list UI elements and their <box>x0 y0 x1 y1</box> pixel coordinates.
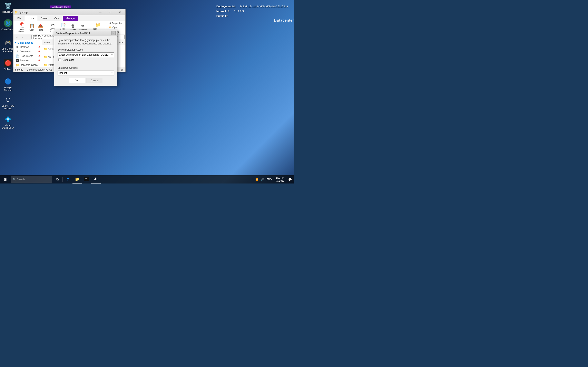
cleanup-action-value: Enter System Out-of-Box Experience (OOBE… <box>59 53 109 56</box>
ribbon-tab-strip: File Home Share View Manage <box>13 15 125 21</box>
sidebar-item-pictures[interactable]: 🖼 Pictures 📌 <box>13 58 42 63</box>
generalize-label: Generalize <box>62 58 74 61</box>
sidebar-item-downloads[interactable]: ⬇ Downloads 📌 <box>13 49 42 54</box>
tab-home[interactable]: Home <box>25 16 37 21</box>
desktop-icon-git-bash[interactable]: 🔴 Git Bash <box>1 58 15 71</box>
sidebar-item-collector[interactable]: 📁 collector-sidecar <box>13 63 42 67</box>
cancel-button[interactable]: Cancel <box>86 78 103 83</box>
ok-button[interactable]: OK <box>69 78 85 83</box>
cmd-icon: C:\ <box>84 177 89 181</box>
dialog-close-button[interactable]: ✕ <box>112 31 116 35</box>
sidebar-quick-access[interactable]: ▾ Quick access <box>13 41 42 45</box>
generalize-row: ✓ Generalize <box>58 58 114 61</box>
server-info: Deployment Id: 242cd412-1cb3-4df9-bdf3-a… <box>216 4 288 18</box>
dialog-description: System Preparation Tool (Sysprep) prepar… <box>58 39 114 45</box>
public-ip-label: Public IP: <box>216 14 228 18</box>
taskbar-cmd[interactable]: C:\ <box>82 175 91 184</box>
paste-button[interactable]: 📥 Paste <box>36 23 44 32</box>
recycle-bin-label: Recycle Bin <box>2 11 14 13</box>
dialog-buttons: OK Cancel <box>58 78 114 83</box>
documents-icon: 📄 <box>16 54 19 58</box>
recycle-bin-icon: 🗑️ <box>4 2 12 10</box>
pin-to-quick-access-button[interactable]: 📌 Pin to Quickaccess <box>15 21 27 34</box>
copy-to-icon: 📑 <box>61 22 66 27</box>
vs-icon: 💠 <box>4 115 12 123</box>
tab-manage[interactable]: Manage <box>63 16 78 21</box>
dialog-separator <box>58 64 114 64</box>
cocos-label: CocosCrea... <box>1 28 15 31</box>
tab-view[interactable]: View <box>51 16 62 21</box>
edge-icon: e <box>67 177 69 182</box>
copy-button[interactable]: 📋 Copy <box>28 23 36 32</box>
internal-ip-label: Internal IP: <box>216 9 230 13</box>
minimize-button[interactable]: — <box>95 9 105 15</box>
new-folder-icon: 📁 <box>95 22 100 27</box>
taskbar-network-app[interactable]: 🖧 <box>91 175 101 184</box>
tray-chevron-icon[interactable]: ^ <box>251 178 253 181</box>
desktop-icon-recycle-bin[interactable]: 🗑️ Recycle Bin <box>1 1 15 14</box>
desktop-icon-unity[interactable]: ⬡ Unity 5.4.0f3 (64-bit) <box>1 95 15 111</box>
downloads-icon: ⬇ <box>16 50 18 53</box>
volume-tray-icon[interactable]: 🔊 <box>260 178 264 181</box>
system-tray: ^ 📶 🔊 ENG <box>250 178 274 181</box>
dropdown-arrow-icon: ▾ <box>112 54 112 56</box>
taskbar-file-explorer[interactable]: 📁 <box>72 175 82 184</box>
taskbar-search-icon: 🔍 <box>13 178 16 181</box>
taskbar-edge[interactable]: e <box>63 175 72 184</box>
git-bash-label: Git Bash <box>4 68 12 71</box>
chrome-label: Google Chrome <box>2 86 14 92</box>
desktop-icon-epic-games[interactable]: 🎮 Epic Games Launcher <box>1 38 15 54</box>
datacenter-label: Datacenter <box>274 18 294 23</box>
cleanup-action-select[interactable]: Enter System Out-of-Box Experience (OOBE… <box>58 52 114 57</box>
epic-games-icon: 🎮 <box>4 39 12 47</box>
dialog-title: System Preparation Tool 3.14 <box>56 32 112 35</box>
tab-file[interactable]: File <box>14 16 24 21</box>
folder-taskbar-icon: 📁 <box>75 177 79 182</box>
generalize-checkbox[interactable]: ✓ <box>58 58 61 61</box>
taskbar-clock[interactable]: 1:02 PM 5/1/2017 <box>274 176 286 183</box>
network-tray-icon[interactable]: 📶 <box>255 178 259 181</box>
language-indicator[interactable]: ENG <box>266 178 272 181</box>
cleanup-action-group: System Cleanup Action Enter System Out-o… <box>58 48 114 61</box>
git-bash-icon: 🔴 <box>4 59 12 67</box>
pin-indicator: 📌 <box>38 46 40 48</box>
back-button[interactable]: ◄ <box>14 35 19 39</box>
title-bar: 📁 Sysprep — □ ✕ <box>13 9 125 15</box>
sidebar-item-documents[interactable]: 📄 Documents 📌 <box>13 54 42 58</box>
pin-icon: 📌 <box>19 22 24 26</box>
forward-button[interactable]: ► <box>20 35 25 39</box>
properties-button[interactable]: ⚙ Properties <box>108 21 124 25</box>
taskbar-search[interactable]: 🔍 Search <box>11 176 52 183</box>
shutdown-select[interactable]: Reboot ▾ <box>58 71 114 75</box>
desktop-icon-chrome[interactable]: 🔵 Google Chrome <box>1 76 15 92</box>
delete-icon: 🗑 <box>71 24 75 28</box>
folder-icon: 📁 <box>44 63 47 67</box>
chrome-icon: 🔵 <box>4 77 12 85</box>
quick-access-label: Quick access <box>17 42 33 44</box>
maximize-button[interactable]: □ <box>105 9 115 15</box>
desktop: Deployment Id: 242cd412-1cb3-4df9-bdf3-a… <box>0 0 294 184</box>
shutdown-options-group: Shutdown Options Reboot ▾ <box>58 67 114 75</box>
sidebar: ▾ Quick access 🖥 Desktop 📌 ⬇ Downloads 📌… <box>13 40 42 67</box>
task-view-icon: ⧉ <box>56 178 59 181</box>
up-button[interactable]: ↑ <box>26 35 31 39</box>
notification-center-button[interactable]: 💬 <box>286 175 294 184</box>
taskbar: ⊞ 🔍 Search ⧉ e 📁 C:\ 🖧 ^ 📶 🔊 ENG 1:0 <box>0 175 294 184</box>
selection-info: 1 item selected 479 KB <box>27 68 52 71</box>
pin-indicator-doc: 📌 <box>38 55 40 57</box>
tab-share[interactable]: Share <box>38 16 51 21</box>
open-button[interactable]: 📂 Open <box>108 25 124 29</box>
desktop-icon-vs[interactable]: 💠 Visual Studio 2017 <box>1 114 15 130</box>
internal-ip-value: 10.1.0.9 <box>234 9 244 13</box>
task-view-button[interactable]: ⧉ <box>53 175 62 184</box>
application-tools-label: Application Tools <box>50 6 71 8</box>
rename-icon: ✏ <box>81 24 85 28</box>
deployment-id-label: Deployment Id: <box>216 4 236 9</box>
close-button[interactable]: ✕ <box>115 9 125 15</box>
large-icons-view-button[interactable]: ⊞ <box>120 68 124 72</box>
window-title: Sysprep <box>18 11 95 14</box>
folder-icon: 📁 <box>44 47 47 50</box>
start-button[interactable]: ⊞ <box>0 175 10 184</box>
desktop-icon-cocos[interactable]: 🌀 CocosCrea... <box>1 18 15 32</box>
sidebar-item-desktop[interactable]: 🖥 Desktop 📌 <box>13 45 42 49</box>
